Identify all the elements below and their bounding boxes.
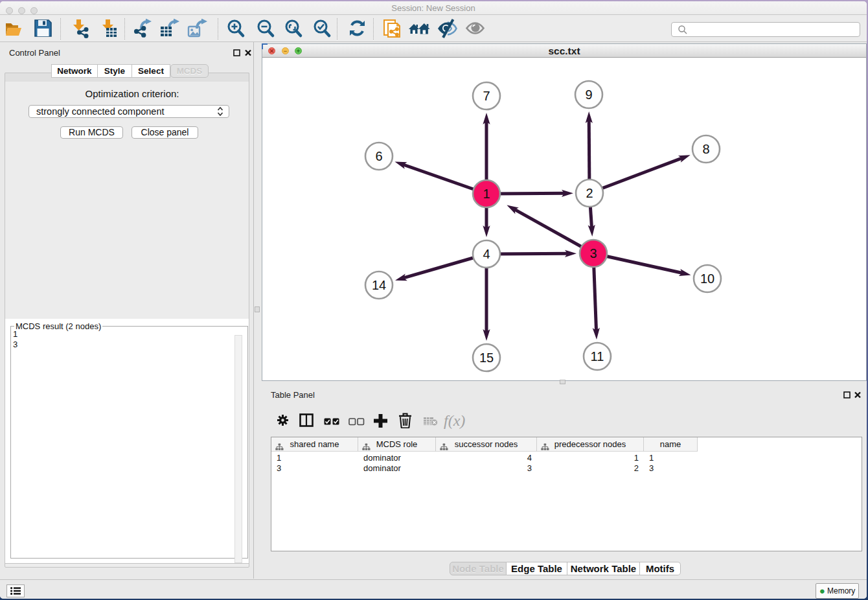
svg-text:2: 2 xyxy=(586,186,593,200)
svg-text:11: 11 xyxy=(591,349,604,363)
svg-text:3: 3 xyxy=(589,246,597,260)
svg-text:4: 4 xyxy=(483,247,490,261)
svg-text:14: 14 xyxy=(372,278,386,292)
svg-text:9: 9 xyxy=(585,87,592,102)
svg-text:1: 1 xyxy=(483,187,490,201)
svg-text:6: 6 xyxy=(375,149,382,163)
svg-text:7: 7 xyxy=(483,89,490,103)
svg-text:10: 10 xyxy=(700,271,714,286)
svg-text:15: 15 xyxy=(479,351,494,365)
svg-text:8: 8 xyxy=(702,142,709,156)
